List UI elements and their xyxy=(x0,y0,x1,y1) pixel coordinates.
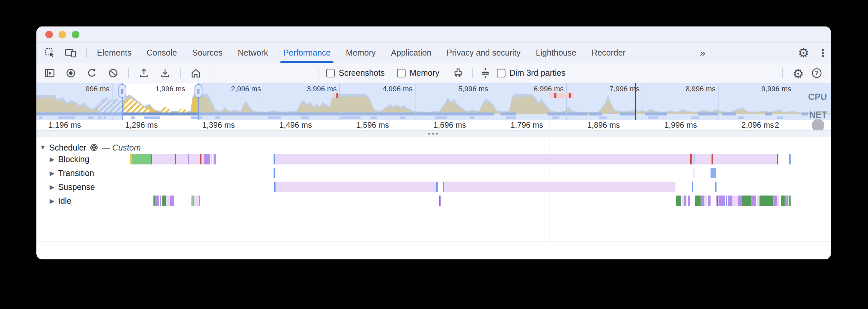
flame-bar-segment[interactable] xyxy=(152,154,175,164)
flame-bar-segment[interactable] xyxy=(440,195,441,206)
flame-bar-segment[interactable] xyxy=(701,195,704,206)
flame-bar-segment[interactable] xyxy=(189,154,200,164)
capture-settings-gear-icon[interactable]: ⚙ xyxy=(793,66,804,81)
flame-bar-segment[interactable] xyxy=(752,195,756,206)
track-row-label-suspense[interactable]: ▶Suspense xyxy=(50,182,95,192)
load-profile-icon[interactable] xyxy=(138,67,150,79)
flame-bar-segment[interactable] xyxy=(194,195,199,206)
flame-bar-segment[interactable] xyxy=(789,154,790,164)
device-toolbar-icon[interactable] xyxy=(64,47,77,59)
tab-sources[interactable]: Sources xyxy=(185,43,230,63)
flame-bar-segment[interactable] xyxy=(708,195,711,206)
flame-bar-segment[interactable] xyxy=(162,195,166,206)
tab-privacy-and-security[interactable]: Privacy and security xyxy=(439,43,528,63)
flame-bar-segment[interactable] xyxy=(718,195,725,206)
flame-bar-segment[interactable] xyxy=(153,195,154,206)
selection-right-handle[interactable]: ∥ xyxy=(194,84,203,98)
flame-bar-segment[interactable] xyxy=(695,195,701,206)
flame-bar-segment[interactable] xyxy=(274,168,275,178)
track-row-label-transition[interactable]: ▶Transition xyxy=(50,168,94,178)
help-icon[interactable]: ? xyxy=(810,67,823,80)
flame-bar-segment[interactable] xyxy=(715,182,716,192)
flame-bar-segment[interactable] xyxy=(199,195,200,206)
flame-bar-segment[interactable] xyxy=(436,182,438,192)
flame-bar-segment[interactable] xyxy=(176,154,188,164)
tracks-area[interactable]: ▼ Scheduler — Custom ▶Blocking▶Transitio… xyxy=(36,137,831,242)
flame-bar-segment[interactable] xyxy=(191,195,192,206)
flame-bar-segment[interactable] xyxy=(132,154,151,164)
save-profile-icon[interactable] xyxy=(159,67,171,79)
flame-bar-segment[interactable] xyxy=(738,195,742,206)
flame-bar-segment[interactable] xyxy=(155,195,159,206)
flame-bar-segment[interactable] xyxy=(202,154,204,164)
scheduler-track-header[interactable]: ▼ Scheduler — Custom xyxy=(40,142,141,153)
flame-bar-segment[interactable] xyxy=(757,195,760,206)
minimize-button[interactable] xyxy=(59,31,66,38)
flame-bar-segment[interactable] xyxy=(713,154,777,164)
expand-triangle-icon[interactable]: ▶ xyxy=(50,197,55,205)
flame-bar-segment[interactable] xyxy=(781,195,785,206)
screenshots-checkbox[interactable] xyxy=(326,69,335,78)
flame-bar-segment[interactable] xyxy=(684,195,686,206)
flame-bar-segment[interactable] xyxy=(170,195,174,206)
flame-bar-segment[interactable] xyxy=(688,195,690,206)
flame-bar-segment[interactable] xyxy=(211,154,212,164)
flame-bar-segment[interactable] xyxy=(166,195,170,206)
flame-bar-segment[interactable] xyxy=(728,195,733,206)
flame-bar-segment[interactable] xyxy=(760,195,773,206)
close-button[interactable] xyxy=(45,31,53,38)
tab-memory[interactable]: Memory xyxy=(338,43,383,63)
flame-bar-segment[interactable] xyxy=(214,154,216,164)
tab-console[interactable]: Console xyxy=(139,43,185,63)
track-row-label-idle[interactable]: ▶Idle xyxy=(50,195,71,206)
flame-bar-segment[interactable] xyxy=(704,195,707,206)
zoom-button[interactable] xyxy=(72,31,80,38)
settings-gear-icon[interactable]: ⚙ xyxy=(797,47,810,59)
flame-bar-segment[interactable] xyxy=(711,168,716,178)
tab-network[interactable]: Network xyxy=(230,43,276,63)
time-ruler[interactable]: 2 1,196 ms1,296 ms1,396 ms1,496 ms1,596 … xyxy=(36,119,831,130)
flame-bar-segment[interactable] xyxy=(733,195,738,206)
flame-bar-segment[interactable] xyxy=(726,195,727,206)
toggle-sidebar-icon[interactable] xyxy=(44,67,56,79)
flame-bar-segment[interactable] xyxy=(785,195,786,206)
tab-lighthouse[interactable]: Lighthouse xyxy=(528,43,584,63)
flame-bar-segment[interactable] xyxy=(777,154,778,164)
flame-bar-segment[interactable] xyxy=(777,195,779,206)
tab-recorder[interactable]: Recorder xyxy=(584,43,633,63)
expand-triangle-icon[interactable]: ▶ xyxy=(50,155,55,163)
flame-bar-segment[interactable] xyxy=(695,154,712,164)
expand-triangle-icon[interactable]: ▶ xyxy=(50,169,55,177)
more-tabs-icon[interactable]: » xyxy=(696,47,709,59)
dim-3rd-parties-checkbox[interactable] xyxy=(497,69,505,78)
overview-strip[interactable]: CPU NET 996 ms1,996 ms2,996 ms3,996 ms4,… xyxy=(36,83,831,120)
flame-bar-segment[interactable] xyxy=(773,195,777,206)
kebab-menu-icon[interactable]: ⋮ xyxy=(816,47,829,59)
flame-bar-segment[interactable] xyxy=(716,195,718,206)
inspect-element-icon[interactable] xyxy=(44,47,56,59)
tab-performance[interactable]: Performance xyxy=(276,43,338,63)
flame-bar-segment[interactable] xyxy=(676,195,681,206)
flame-bar-segment[interactable] xyxy=(692,182,693,192)
flame-bar-segment[interactable] xyxy=(204,154,210,164)
flame-bar-segment[interactable] xyxy=(788,195,790,206)
flame-bar-segment[interactable] xyxy=(787,195,788,206)
tab-elements[interactable]: Elements xyxy=(89,43,139,63)
reload-record-icon[interactable] xyxy=(86,67,98,79)
live-metrics-home-icon[interactable] xyxy=(190,67,202,79)
memory-checkbox[interactable] xyxy=(397,69,406,78)
horizontal-scrollbar-thumb[interactable] xyxy=(812,119,824,130)
selection-left-handle[interactable]: ∥ xyxy=(118,84,126,98)
flame-bar-segment[interactable] xyxy=(276,182,436,192)
flame-bar-segment[interactable] xyxy=(275,154,690,164)
expand-triangle-icon[interactable]: ▶ xyxy=(50,183,55,191)
tab-application[interactable]: Application xyxy=(383,43,439,63)
record-icon[interactable] xyxy=(65,67,77,79)
track-row-label-blocking[interactable]: ▶Blocking xyxy=(50,154,89,164)
flame-bar-segment[interactable] xyxy=(693,168,695,178)
flame-bar-segment[interactable] xyxy=(160,195,161,206)
collapse-flame-icon[interactable] xyxy=(479,67,492,80)
collapse-triangle-icon[interactable]: ▼ xyxy=(40,144,46,151)
panel-resize-divider[interactable]: ••• xyxy=(36,130,831,137)
collect-garbage-icon[interactable] xyxy=(452,67,464,80)
